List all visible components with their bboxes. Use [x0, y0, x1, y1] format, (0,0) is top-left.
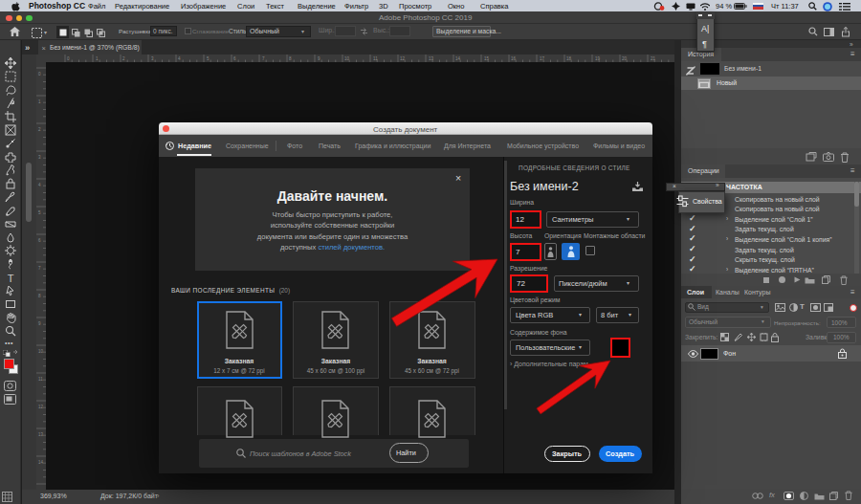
- svg-text:4: 4: [38, 183, 41, 187]
- svg-text:14: 14: [38, 460, 44, 465]
- svg-text:14: 14: [455, 56, 461, 61]
- svg-text:2: 2: [38, 127, 41, 132]
- svg-text:9: 9: [318, 56, 320, 61]
- svg-text:1: 1: [96, 56, 99, 61]
- svg-text:8: 8: [289, 56, 292, 61]
- svg-text:21: 21: [651, 56, 656, 61]
- svg-text:11: 11: [373, 56, 378, 61]
- svg-text:7: 7: [262, 56, 265, 61]
- svg-text:1: 1: [38, 99, 41, 104]
- svg-text:5: 5: [207, 56, 210, 61]
- svg-text:11: 11: [38, 377, 43, 382]
- svg-text:6: 6: [233, 56, 236, 61]
- svg-text:6: 6: [38, 238, 41, 243]
- svg-text:19: 19: [595, 56, 601, 61]
- svg-text:2: 2: [122, 56, 125, 61]
- svg-text:7: 7: [38, 266, 41, 271]
- svg-text:10: 10: [38, 349, 44, 354]
- svg-text:5: 5: [38, 210, 41, 215]
- svg-text:3: 3: [38, 155, 41, 160]
- svg-text:8: 8: [38, 294, 41, 298]
- svg-text:18: 18: [566, 56, 572, 61]
- svg-text:20: 20: [622, 56, 628, 61]
- svg-text:10: 10: [344, 56, 350, 61]
- svg-text:12: 12: [38, 405, 44, 409]
- svg-text:17: 17: [540, 56, 545, 61]
- svg-text:13: 13: [38, 432, 44, 437]
- svg-text:9: 9: [38, 321, 41, 326]
- svg-text:0: 0: [67, 56, 70, 61]
- svg-text:0: 0: [38, 72, 41, 77]
- svg-text:3: 3: [151, 56, 154, 61]
- svg-text:16: 16: [511, 56, 517, 61]
- svg-text:13: 13: [429, 56, 434, 61]
- svg-text:15: 15: [484, 56, 490, 61]
- svg-text:12: 12: [400, 56, 406, 61]
- svg-text:4: 4: [178, 56, 181, 61]
